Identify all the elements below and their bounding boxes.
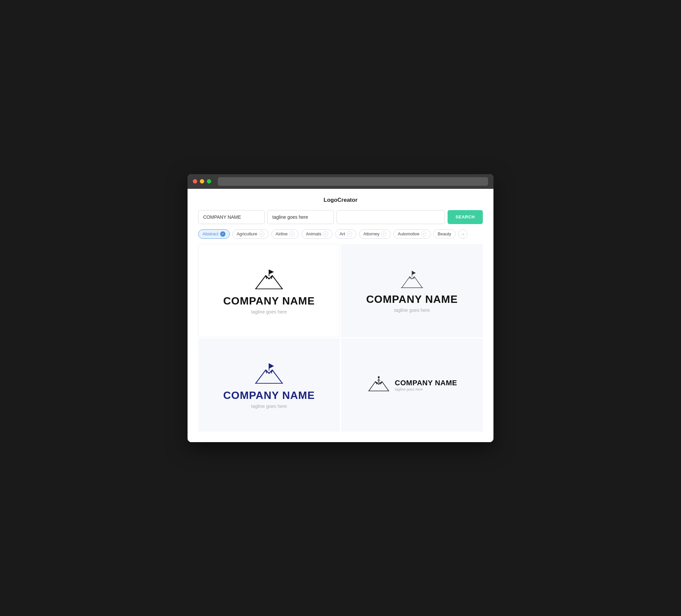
color-input[interactable] (336, 210, 445, 224)
app-content: LogoCreator SEARCH Abstract ✓ Agricultur… (187, 189, 494, 442)
logo-card-2[interactable]: COMPANY NAME tagline goes here (341, 244, 483, 337)
filter-label: Art (339, 231, 345, 236)
filter-label: Beauty (437, 231, 451, 236)
tagline-1: tagline goes here (251, 309, 287, 314)
filter-row: Abstract ✓ Agriculture ✓ Airline ✓ Anima… (198, 229, 483, 239)
check-icon: ✓ (220, 231, 225, 237)
maximize-button[interactable] (207, 179, 211, 183)
check-icon: ✓ (381, 231, 386, 237)
filter-label: Abstract (202, 231, 219, 236)
filter-chip-abstract[interactable]: Abstract ✓ (198, 229, 230, 239)
search-row: SEARCH (198, 210, 483, 224)
check-icon: ✓ (289, 231, 295, 237)
svg-marker-7 (269, 363, 274, 369)
filter-label: Automotive (398, 231, 419, 236)
tagline-input[interactable] (267, 210, 334, 224)
mountain-icon-1 (252, 266, 286, 293)
app-title: LogoCreator (198, 197, 483, 203)
logo-inner-3: COMPANY NAME tagline goes here (223, 361, 315, 409)
close-button[interactable] (193, 179, 197, 183)
filter-chip-agriculture[interactable]: Agriculture ✓ (232, 229, 269, 239)
logo-grid: COMPANY NAME tagline goes here (198, 244, 483, 432)
filter-label: Airline (276, 231, 287, 236)
mountain-icon-4 (367, 375, 391, 395)
address-bar[interactable] (218, 177, 488, 186)
svg-point-9 (378, 376, 380, 378)
mountain-icon-3 (252, 361, 286, 387)
logo-card-4[interactable]: COMPANY NAME tagline goes here (341, 338, 483, 432)
company-name-2: COMPANY NAME (366, 293, 458, 306)
filter-label: Animals (306, 231, 321, 236)
filter-chip-art[interactable]: Art ✓ (335, 229, 356, 239)
minimize-button[interactable] (200, 179, 204, 183)
logo-inner-2: COMPANY NAME tagline goes here (366, 268, 458, 313)
logo-inner-4: COMPANY NAME tagline goes here (367, 375, 457, 395)
company-name-3: COMPANY NAME (223, 389, 315, 402)
filter-chip-automotive[interactable]: Automotive ✓ (394, 229, 431, 239)
filter-chip-attorney[interactable]: Attorney ✓ (359, 229, 391, 239)
check-icon: ✓ (259, 231, 264, 237)
search-button[interactable]: SEARCH (448, 210, 483, 224)
browser-titlebar (187, 174, 494, 189)
tagline-3: tagline goes here (251, 404, 287, 409)
mountain-icon-2 (397, 268, 427, 291)
filter-chip-beauty[interactable]: Beauty (433, 229, 455, 238)
logo-card-3[interactable]: COMPANY NAME tagline goes here (198, 338, 340, 432)
filter-label: Agriculture (237, 231, 257, 236)
company-name-input[interactable] (198, 210, 265, 224)
company-name-1: COMPANY NAME (223, 295, 315, 307)
tagline-2: tagline goes here (394, 308, 430, 313)
tagline-4: tagline goes here (395, 387, 457, 391)
check-icon: ✓ (323, 231, 328, 237)
filter-chip-animals[interactable]: Animals ✓ (302, 229, 332, 239)
check-icon: ✓ (347, 231, 352, 237)
filter-label: Attorney (363, 231, 379, 236)
svg-marker-1 (269, 270, 274, 274)
logo-inner-1: COMPANY NAME tagline goes here (223, 266, 315, 314)
filter-chip-airline[interactable]: Airline ✓ (271, 229, 299, 239)
check-icon: ✓ (421, 231, 426, 237)
company-name-4: COMPANY NAME (395, 379, 457, 387)
logo-card-1[interactable]: COMPANY NAME tagline goes here (198, 244, 340, 337)
filter-next-button[interactable]: → (458, 229, 468, 239)
logo-text-group-4: COMPANY NAME tagline goes here (395, 379, 457, 391)
svg-marker-4 (412, 271, 415, 275)
browser-window: LogoCreator SEARCH Abstract ✓ Agricultur… (187, 174, 494, 442)
